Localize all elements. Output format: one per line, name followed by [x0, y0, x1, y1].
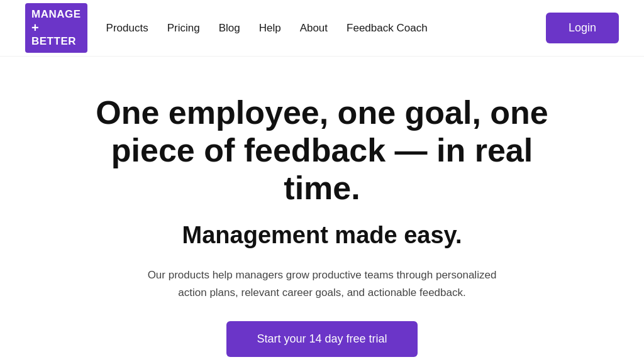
logo-plus: +: [31, 21, 39, 35]
main-content: One employee, one goal, one piece of fee…: [0, 57, 644, 362]
nav-feedback-coach[interactable]: Feedback Coach: [347, 22, 428, 35]
nav-blog[interactable]: Blog: [219, 22, 240, 35]
nav-about[interactable]: About: [300, 22, 328, 35]
nav-products[interactable]: Products: [106, 22, 148, 35]
logo-better: BETTER: [31, 35, 81, 48]
hero-description: Our products help managers grow producti…: [140, 266, 504, 300]
logo-box: MANAGE + BETTER: [25, 3, 87, 52]
logo-manage: MANAGE: [31, 8, 81, 21]
hero-section: One employee, one goal, one piece of fee…: [0, 57, 644, 362]
nav-pricing[interactable]: Pricing: [167, 22, 200, 35]
hero-subheadline: Management made easy.: [182, 222, 462, 249]
hero-headline: One employee, one goal, one piece of fee…: [96, 94, 548, 207]
main-nav: Products Pricing Blog Help About Feedbac…: [106, 22, 428, 35]
nav-help[interactable]: Help: [259, 22, 281, 35]
logo-link[interactable]: MANAGE + BETTER: [25, 3, 87, 52]
cta-button[interactable]: Start your 14 day free trial: [226, 321, 417, 357]
login-button[interactable]: Login: [546, 13, 619, 43]
site-header: MANAGE + BETTER Products Pricing Blog He…: [0, 0, 644, 57]
header-left: MANAGE + BETTER Products Pricing Blog He…: [25, 3, 428, 52]
